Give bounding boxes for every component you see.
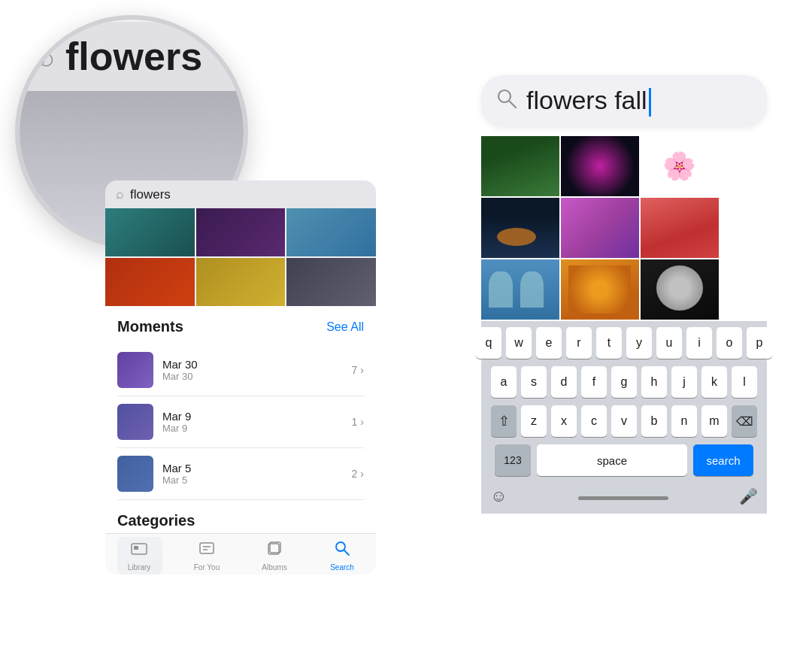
moment-meta-3: 2 › bbox=[352, 468, 364, 480]
flower-emoji: 🌸 bbox=[662, 150, 696, 182]
chevron-icon-1: › bbox=[360, 364, 364, 376]
see-all-button[interactable]: See All bbox=[326, 320, 364, 334]
key-w[interactable]: w bbox=[506, 327, 532, 359]
keyboard-row-3: ⇧ z x c v b n m ⌫ bbox=[484, 405, 764, 437]
moment-count-2: 1 bbox=[352, 416, 358, 428]
svg-point-9 bbox=[498, 90, 511, 102]
key-n[interactable]: n bbox=[671, 405, 697, 437]
svg-point-7 bbox=[336, 542, 345, 551]
moments-title: Moments bbox=[117, 318, 183, 335]
tab-albums-label: Albums bbox=[262, 563, 286, 572]
search-tab-icon bbox=[334, 540, 350, 561]
moment-date-main-1: Mar 30 bbox=[162, 358, 343, 371]
moment-date-sub-2: Mar 9 bbox=[162, 423, 343, 434]
svg-line-10 bbox=[510, 102, 516, 108]
big-search-bar[interactable]: flowers fall bbox=[481, 75, 767, 127]
key-u[interactable]: u bbox=[656, 327, 682, 359]
key-i[interactable]: i bbox=[686, 327, 712, 359]
key-h[interactable]: h bbox=[641, 366, 667, 398]
photo-cell-orange bbox=[105, 258, 195, 306]
svg-line-8 bbox=[344, 550, 349, 555]
photo-cell-flower bbox=[286, 208, 376, 256]
key-m[interactable]: m bbox=[701, 405, 727, 437]
key-e[interactable]: e bbox=[536, 327, 562, 359]
left-phone-panel: ⌕ flowers Moments See All Mar 30 Mar 30 … bbox=[105, 180, 376, 575]
magnifier-search-bar: ⌕ flowers bbox=[20, 22, 244, 91]
moment-thumb-2 bbox=[117, 404, 153, 440]
left-search-bar[interactable]: ⌕ flowers bbox=[105, 180, 376, 208]
categories-title: Categories bbox=[117, 512, 364, 529]
moment-thumb-3 bbox=[117, 456, 153, 492]
key-t[interactable]: t bbox=[596, 327, 622, 359]
big-search-text: flowers fall bbox=[526, 86, 651, 117]
albums-icon bbox=[266, 540, 283, 561]
text-cursor bbox=[649, 88, 651, 117]
moment-date-main-2: Mar 9 bbox=[162, 410, 343, 423]
moment-thumb-1 bbox=[117, 352, 153, 388]
magnifier-search-text: flowers bbox=[65, 34, 202, 79]
result-cell-7[interactable] bbox=[481, 259, 559, 320]
results-grid: 🌸 bbox=[481, 136, 767, 320]
moment-info-3: Mar 5 Mar 5 bbox=[162, 462, 343, 486]
emoji-key[interactable]: ☺ bbox=[490, 487, 507, 506]
key-g[interactable]: g bbox=[611, 366, 637, 398]
key-c[interactable]: c bbox=[581, 405, 607, 437]
key-z[interactable]: z bbox=[521, 405, 547, 437]
key-r[interactable]: r bbox=[566, 327, 592, 359]
key-y[interactable]: y bbox=[626, 327, 652, 359]
moment-row-1[interactable]: Mar 30 Mar 30 7 › bbox=[117, 344, 364, 396]
photo-cell-purple bbox=[196, 208, 286, 256]
result-cell-1[interactable] bbox=[481, 136, 559, 196]
photo-cell-monkey bbox=[286, 258, 376, 306]
key-x[interactable]: x bbox=[551, 405, 577, 437]
key-s[interactable]: s bbox=[521, 366, 547, 398]
key-l[interactable]: l bbox=[732, 366, 757, 398]
tab-for-you[interactable]: For You bbox=[173, 540, 241, 572]
key-q[interactable]: q bbox=[476, 327, 501, 359]
backspace-key[interactable]: ⌫ bbox=[732, 405, 757, 437]
moment-date-sub-1: Mar 30 bbox=[162, 371, 343, 382]
key-o[interactable]: o bbox=[717, 327, 742, 359]
left-search-text: flowers bbox=[130, 187, 171, 202]
library-icon bbox=[131, 540, 147, 561]
key-b[interactable]: b bbox=[641, 405, 667, 437]
home-bar bbox=[578, 496, 668, 500]
keyboard-bottom-row: ☺ 🎤 bbox=[484, 484, 764, 511]
mic-key[interactable]: 🎤 bbox=[739, 487, 758, 505]
keyboard-row-4: 123 space search bbox=[484, 444, 764, 476]
tab-library[interactable]: Library bbox=[105, 540, 173, 572]
right-phone-panel: flowers fall 🌸 bbox=[481, 75, 767, 514]
space-key[interactable]: space bbox=[537, 444, 687, 476]
result-cell-6[interactable] bbox=[641, 198, 719, 258]
moments-section: Moments See All Mar 30 Mar 30 7 › Mar 9 … bbox=[105, 306, 376, 500]
keyboard-row-2: a s d f g h j k l bbox=[484, 366, 764, 398]
result-cell-9[interactable] bbox=[641, 259, 719, 320]
tab-search[interactable]: Search bbox=[308, 540, 376, 572]
num-key[interactable]: 123 bbox=[495, 444, 531, 476]
tab-albums[interactable]: Albums bbox=[241, 540, 308, 572]
shift-key[interactable]: ⇧ bbox=[491, 405, 517, 437]
moment-info-2: Mar 9 Mar 9 bbox=[162, 410, 343, 434]
key-k[interactable]: k bbox=[701, 366, 727, 398]
moment-row-3[interactable]: Mar 5 Mar 5 2 › bbox=[117, 448, 364, 500]
key-d[interactable]: d bbox=[551, 366, 577, 398]
result-cell-8[interactable] bbox=[561, 259, 639, 320]
key-f[interactable]: f bbox=[581, 366, 607, 398]
moment-count-3: 2 bbox=[352, 468, 358, 480]
result-cell-3[interactable]: 🌸 bbox=[641, 136, 719, 196]
left-search-icon: ⌕ bbox=[116, 186, 124, 202]
moment-date-main-3: Mar 5 bbox=[162, 462, 343, 475]
key-p[interactable]: p bbox=[747, 327, 772, 359]
key-j[interactable]: j bbox=[671, 366, 697, 398]
result-cell-4[interactable] bbox=[481, 198, 559, 258]
keyboard: q w e r t y u i o p a s d f g h j k bbox=[481, 321, 767, 514]
photo-cell-teal bbox=[105, 208, 195, 256]
result-cell-5[interactable] bbox=[561, 198, 639, 258]
svg-rect-1 bbox=[134, 546, 138, 550]
result-cell-2[interactable] bbox=[561, 136, 639, 196]
key-v[interactable]: v bbox=[611, 405, 637, 437]
moment-row-2[interactable]: Mar 9 Mar 9 1 › bbox=[117, 396, 364, 448]
key-a[interactable]: a bbox=[491, 366, 517, 398]
moment-meta-2: 1 › bbox=[352, 416, 364, 428]
search-key[interactable]: search bbox=[693, 444, 753, 476]
